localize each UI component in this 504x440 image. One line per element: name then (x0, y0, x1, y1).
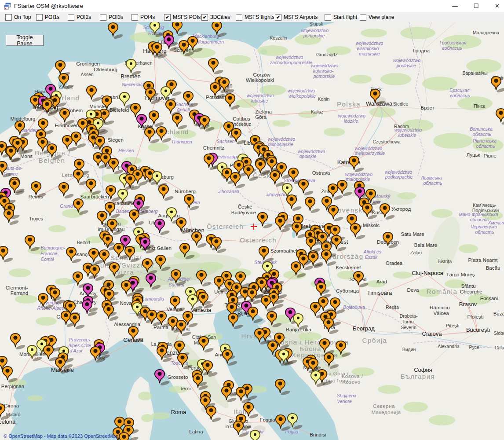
map-label: Reșița (386, 304, 399, 310)
toolbar: Help On TopPOI1sPOI2sPOI3sPOI4s✔MSFS POI… (0, 12, 504, 22)
map-label: Turnu (402, 319, 413, 324)
map-label: Siedlce (393, 101, 409, 106)
map-label: Brașov (459, 301, 477, 308)
map-label: Drobeta- (400, 313, 418, 319)
map-label: Észak (365, 254, 378, 260)
map-label: Târgu Mureș (446, 272, 475, 277)
unchecked-checkbox-icon (325, 14, 331, 21)
checkbox-msfs-pois[interactable]: ✔MSFS POIs (163, 13, 202, 21)
map-label: Miskolc (363, 223, 380, 228)
map-label: Góra (255, 114, 267, 120)
map-label: Alpes-Côte (68, 343, 91, 348)
map-label: Girona (4, 403, 19, 408)
map-label: Војводина (343, 304, 365, 310)
map-label: Franche- (40, 251, 59, 256)
map-label: Slobozia (494, 330, 504, 336)
map-label: województwo (393, 58, 421, 63)
map-label: Волинська (470, 126, 493, 132)
map-label: Satu Mare (401, 231, 424, 237)
checkbox-poi2s[interactable]: POI2s (67, 13, 93, 21)
map-label: Mons (20, 154, 33, 159)
map-label: вобласць (442, 45, 462, 51)
checkbox-label: MSFS Airports (284, 14, 318, 20)
map-label: Wielkopolski (246, 77, 274, 83)
map-label: Bourgogne- (41, 245, 65, 250)
map-label: Słupsk (309, 22, 323, 26)
map-label: Северна (373, 403, 395, 409)
checkbox-msfs-flights[interactable]: MSFS flights (235, 13, 276, 21)
map-label: România (427, 288, 458, 295)
map-label: Ferrand (11, 290, 28, 296)
checkbox-on-top[interactable]: On Top (4, 13, 33, 21)
map-label: Gheorghe (460, 289, 482, 294)
checkbox-label: POI2s (77, 14, 91, 20)
map-label: Ploiești (467, 314, 483, 319)
map-label: Русе (469, 345, 479, 350)
map-label: Alexandria (438, 344, 460, 349)
map-label: zachodniopomorskie (270, 60, 312, 65)
map-label: Baia Mare (414, 242, 437, 248)
map-label: Ostrava (312, 170, 330, 176)
map-label: Гродна (413, 48, 430, 53)
map-label: Jihozápad (218, 189, 240, 194)
map-label: Siegen (108, 137, 124, 143)
map-label: dolnośląskie (268, 142, 293, 147)
map-label: Oldenburg (94, 67, 117, 72)
checkbox-label: On Top (14, 14, 31, 20)
checked-checkbox-icon: ✔ (275, 14, 281, 21)
map-label: Alföld és (363, 249, 382, 254)
map-label: opolskie (299, 154, 317, 159)
fstarter-window: FStarter OSM @rksoftware — ☐ ✕ Help On T… (0, 0, 504, 440)
map-label: Vâlcea (433, 311, 449, 316)
map-label: Львівська (420, 175, 442, 180)
checkbox-label: POI1s (45, 14, 59, 20)
map-label: Middelburg (11, 116, 36, 121)
minimize-button[interactable]: — (445, 0, 465, 12)
checkbox-msfs-airports[interactable]: ✔MSFS Airports (274, 13, 319, 21)
map-label: Grosseto (168, 374, 188, 380)
map-label: Pitești (446, 323, 459, 328)
map-label: България (401, 373, 435, 380)
map-label: Cluj-Napoca (412, 270, 443, 276)
map-label: lubelskie (398, 132, 416, 138)
map-label: Hessen (118, 148, 134, 153)
checkbox-poi3s[interactable]: POI3s (99, 13, 125, 21)
unchecked-checkbox-icon (68, 14, 74, 21)
map-label: Ужгород (391, 206, 411, 212)
map-label: Österreich (207, 223, 244, 230)
map-label: Београд (353, 325, 375, 332)
map-label: Brindisi (310, 432, 326, 437)
checkbox-poi1s[interactable]: POI1s (35, 13, 61, 21)
map-label: область (470, 217, 489, 222)
map-label: Österreich (240, 236, 277, 244)
map-label: Sfântu (461, 283, 475, 289)
toggle-pause-button[interactable]: Toggle Pause (6, 35, 44, 46)
map-label: świętokrzyskie (355, 150, 385, 156)
map-label: Buzău (493, 311, 504, 316)
checkbox-3dcities[interactable]: ✔3DCities (201, 13, 232, 21)
map-label: Terni (180, 386, 191, 391)
map-label: Македонија (371, 410, 401, 415)
checked-checkbox-icon: ✔ (201, 14, 208, 21)
map-label: Kecskemét (336, 265, 362, 270)
map-label: область (473, 132, 492, 137)
map-label: Râmnicu (430, 305, 449, 310)
map-label: Deva (407, 287, 419, 293)
map-label: область (424, 180, 442, 186)
map-label: województwo (276, 55, 303, 60)
maximize-button[interactable]: ☐ (466, 0, 486, 12)
map-label: łódzkie (344, 118, 358, 124)
checkbox-view-plane[interactable]: View plane (359, 13, 396, 21)
checkbox-poi4s[interactable]: POI4s (131, 13, 157, 21)
map-label: Arad (376, 279, 387, 284)
map-label: Belgien (39, 157, 66, 164)
checkbox-start-flight[interactable]: Start flight (324, 13, 359, 21)
map-label: Groningen (76, 61, 100, 66)
window-title: FStarter OSM @rksoftware (14, 3, 83, 9)
map-label: Focșani (480, 296, 498, 301)
map-label: Comté (41, 257, 55, 262)
map[interactable]: Schleswig-HolsteinMecklenburg-Vorpommern… (0, 22, 504, 440)
map-label: województwo (394, 127, 422, 132)
close-button[interactable]: ✕ (487, 0, 504, 12)
map-label: Latina (189, 429, 203, 434)
